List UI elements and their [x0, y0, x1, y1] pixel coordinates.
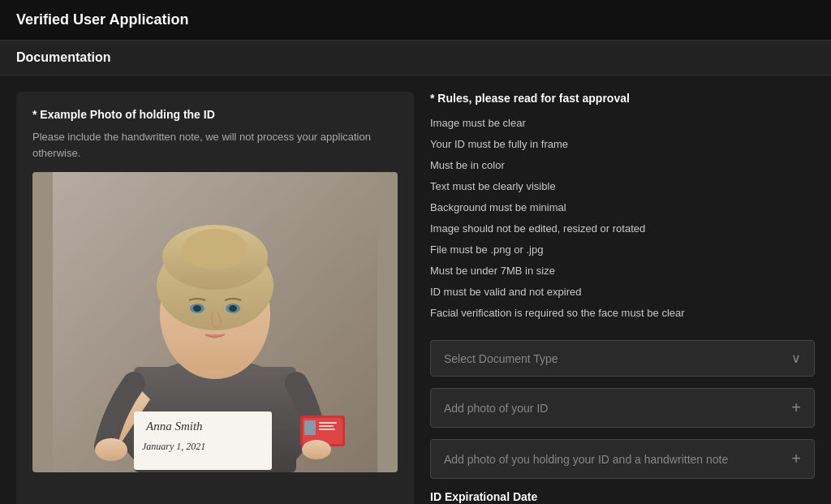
- svg-text:January 1, 2021: January 1, 2021: [142, 441, 205, 452]
- rule-item-5: Background must be minimal: [430, 197, 815, 218]
- svg-point-8: [183, 229, 248, 269]
- rule-item-4: Text must be clearly visible: [430, 176, 815, 197]
- person-illustration: Anna Smith January 1, 2021: [32, 172, 398, 472]
- svg-rect-19: [304, 420, 316, 435]
- rule-item-7: File must be .png or .jpg: [430, 239, 815, 261]
- chevron-down-icon: ∨: [791, 351, 801, 366]
- rules-list: Image must be clear Your ID must be full…: [430, 113, 815, 324]
- rule-item-2: Your ID must be fully in frame: [430, 134, 815, 155]
- rules-section: * Rules, please read for fast approval I…: [430, 92, 815, 324]
- rule-item-9: ID must be valid and not expired: [430, 282, 815, 303]
- app-title: Verified User Application: [16, 11, 815, 28]
- svg-point-11: [193, 305, 201, 312]
- add-photo-id-label: Add photo of your ID: [444, 402, 548, 415]
- add-photo-holding-label: Add photo of you holding your ID and a h…: [444, 453, 728, 466]
- rule-item-10: Facial verification is required so the f…: [430, 303, 815, 324]
- document-type-dropdown[interactable]: Select Document Type ∨: [430, 340, 815, 377]
- rule-item-8: Must be under 7MB in size: [430, 261, 815, 282]
- svg-point-12: [229, 305, 237, 312]
- main-content: * Example Photo of holding the ID Please…: [0, 75, 831, 504]
- document-type-placeholder: Select Document Type: [444, 352, 558, 365]
- left-panel: * Example Photo of holding the ID Please…: [16, 92, 414, 504]
- svg-rect-22: [319, 429, 335, 430]
- svg-point-13: [95, 438, 127, 461]
- add-photo-holding-button[interactable]: Add photo of you holding your ID and a h…: [430, 439, 815, 479]
- rules-title: * Rules, please read for fast approval: [430, 92, 815, 105]
- example-photo: Anna Smith January 1, 2021: [32, 172, 398, 472]
- right-panel: * Rules, please read for fast approval I…: [430, 92, 815, 504]
- section-header: Documentation: [0, 41, 831, 75]
- svg-rect-21: [319, 425, 334, 427]
- expiration-section: ID Expirational Date No expiration date: [430, 490, 815, 504]
- example-description: Please include the handwritten note, we …: [32, 129, 398, 161]
- expiration-title: ID Expirational Date: [430, 490, 815, 503]
- rule-item-3: Must be in color: [430, 155, 815, 176]
- svg-rect-20: [319, 422, 337, 424]
- rule-item-6: Image should not be edited, resized or r…: [430, 218, 815, 239]
- plus-icon-id: +: [791, 398, 801, 417]
- section-label: Documentation: [16, 50, 815, 65]
- svg-text:Anna Smith: Anna Smith: [145, 420, 203, 433]
- example-title: * Example Photo of holding the ID: [32, 108, 398, 121]
- form-section: Select Document Type ∨ Add photo of your…: [430, 340, 815, 504]
- plus-icon-holding: +: [791, 450, 801, 468]
- rule-item-1: Image must be clear: [430, 113, 815, 134]
- top-bar: Verified User Application: [0, 0, 831, 41]
- add-photo-id-button[interactable]: Add photo of your ID +: [430, 388, 815, 428]
- svg-point-23: [302, 440, 331, 459]
